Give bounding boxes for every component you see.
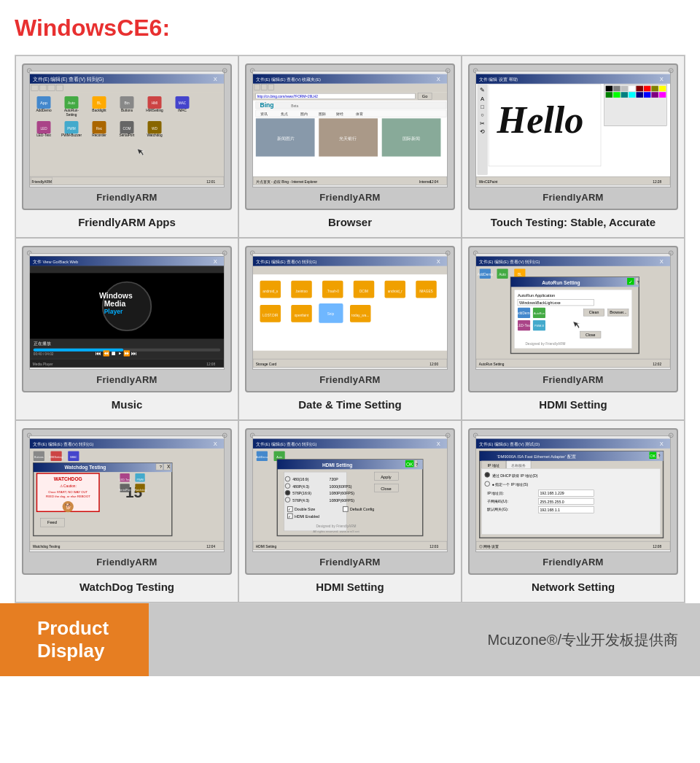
watchdog-screenshot: 文件(E) 编辑(E) 查看(V) 转到(G) X Buttons HMISet…: [30, 438, 224, 551]
svg-rect-95: [613, 92, 621, 98]
svg-text:COM: COM: [122, 126, 131, 130]
svg-text:12:04: 12:04: [206, 544, 215, 548]
screen-frame-browser: 文件(E) 编辑(E) 查看(V) 收藏夹(E) X http://cn.bin…: [245, 63, 455, 210]
svg-rect-55: [268, 84, 274, 90]
screen-frame-watchdog: 文件(E) 编辑(E) 查看(V) 转到(G) X Buttons HMISet…: [22, 428, 232, 575]
svg-text:Feed: Feed: [47, 520, 57, 524]
svg-text:文件(E) 编辑(E) 查看(V) 转到(G): 文件(E) 编辑(E) 查看(V) 转到(G): [33, 441, 94, 446]
svg-text:PWM-B: PWM-B: [534, 325, 545, 328]
screen-label-touch: FriendlyARM: [542, 192, 603, 203]
svg-text:720P: 720P: [330, 477, 339, 481]
svg-text:WinCEPaint: WinCEPaint: [479, 179, 498, 183]
svg-text:PWM: PWM: [67, 126, 76, 130]
svg-text:AutoRun-: AutoRun-: [64, 108, 79, 112]
svg-text:Clean: Clean: [589, 310, 599, 314]
svg-text:HDMI Setting: HDMI Setting: [256, 544, 277, 548]
svg-text:Media: Media: [104, 299, 126, 307]
svg-text:X: X: [437, 76, 440, 82]
screen-frame-datetime: 文件(E) 编辑(E) 查看(V) 转到(G) X android_s .bei…: [245, 246, 455, 392]
svg-text:Media Player: Media Player: [33, 362, 53, 365]
svg-rect-278: [343, 506, 349, 511]
svg-text:Go: Go: [422, 93, 428, 98]
svg-text:IMAGES: IMAGES: [419, 289, 432, 293]
caption-browser: Browser: [328, 216, 372, 231]
svg-text:Watchdog: Watchdog: [134, 488, 147, 491]
svg-text:国际新闻: 国际新闻: [402, 135, 420, 140]
svg-text:480P(4:3): 480P(4:3): [292, 484, 309, 488]
svg-text:X: X: [437, 441, 440, 447]
svg-rect-137: [253, 266, 447, 274]
svg-text:HMISetting: HMISetting: [146, 108, 163, 112]
svg-text:文件(E) 编辑(E) 查看(V) 转到(G): 文件(E) 编辑(E) 查看(V) 转到(G): [256, 259, 317, 264]
touch-screenshot: 文件 编辑 设置 帮助 X: [476, 73, 670, 186]
svg-rect-86: [606, 85, 613, 91]
screen-inner-datetime: 文件(E) 编辑(E) 查看(V) 转到(G) X android_s .bei…: [252, 253, 448, 370]
svg-text:http://cn.bing.com/news?FORM=2: http://cn.bing.com/news?FORM=29LH2: [257, 94, 319, 98]
svg-text:名称服务: 名称服务: [511, 462, 526, 467]
svg-text:HMISetting: HMISetting: [50, 456, 63, 459]
svg-text:12:04: 12:04: [429, 179, 438, 183]
caption-music: Music: [112, 398, 143, 414]
svg-text:1080P(60FPS): 1080P(60FPS): [330, 497, 355, 502]
svg-rect-282: [253, 541, 447, 549]
svg-text:AutoRun Application: AutoRun Application: [518, 293, 555, 297]
svg-text:Auto: Auto: [276, 456, 282, 459]
svg-text:AutoRun Setting: AutoRun Setting: [542, 279, 580, 285]
svg-text:WD: WD: [152, 126, 158, 130]
svg-text:文件(E) 编辑(E) 查看(V) 转到(G): 文件(E) 编辑(E) 查看(V) 转到(G): [479, 259, 540, 264]
svg-text:DCIM: DCIM: [359, 289, 368, 293]
svg-text:正在播放: 正在播放: [34, 341, 51, 346]
svg-rect-5: [31, 85, 39, 90]
svg-text:X: X: [660, 258, 664, 265]
svg-text:Auto: Auto: [499, 273, 506, 276]
svg-text:'DM9000A ISA Fast Ethernet Ada: 'DM9000A ISA Fast Ethernet Adapter' 配置: [497, 454, 576, 459]
svg-text:Browser...: Browser...: [610, 310, 626, 314]
svg-text:OK: OK: [650, 454, 656, 458]
svg-rect-53: [254, 84, 260, 90]
svg-text:通过 DHCP 获得 IP 地址(D): 通过 DHCP 获得 IP 地址(D): [492, 473, 538, 477]
svg-text:HDMI Setting: HDMI Setting: [322, 462, 352, 468]
svg-text:体育: 体育: [356, 111, 363, 115]
svg-text:Default Config: Default Config: [350, 507, 374, 511]
svg-text:默认网关(G):: 默认网关(G):: [486, 507, 508, 511]
svg-text:openfaint: openfaint: [295, 314, 309, 317]
caption-hdmi2: HDMI Setting: [316, 581, 384, 596]
screen-label-browser: FriendlyARM: [319, 192, 380, 203]
svg-text:图内: 图内: [300, 111, 308, 115]
product-tagline: Mcuzone®/专业开发板提供商: [149, 603, 700, 676]
grid-cell-hdmi2: 文件(E) 编辑(E) 查看(V) 转到(G) X AddDemo Auto H…: [238, 420, 462, 603]
caption-network: Network Setting: [532, 581, 615, 596]
screen-label-watchdog: FriendlyARM: [96, 557, 157, 568]
svg-rect-90: [636, 85, 643, 91]
svg-text:FriendlyARM: FriendlyARM: [31, 179, 51, 183]
svg-rect-314: [476, 541, 670, 549]
svg-text:SerialPort: SerialPort: [120, 133, 136, 137]
svg-text:Close: Close: [381, 486, 392, 490]
svg-text:Designed by FriendlyARM: Designed by FriendlyARM: [525, 342, 565, 346]
svg-text:576P(16:9): 576P(16:9): [292, 491, 311, 495]
svg-rect-179: [514, 290, 632, 349]
svg-text:文件 View Go/Back Web: 文件 View Go/Back Web: [33, 259, 78, 264]
svg-text:Double Size: Double Size: [295, 507, 315, 511]
svg-text:today_wa...: today_wa...: [351, 314, 369, 317]
screen-frame-touch: 文件 编辑 设置 帮助 X: [468, 63, 678, 210]
svg-text:□: □: [481, 104, 484, 110]
svg-text:?: ?: [658, 454, 661, 458]
svg-text:Recorder: Recorder: [92, 133, 106, 137]
svg-text:LED-Test: LED-Test: [517, 324, 532, 328]
caption-apps: FriendlyARM Apps: [78, 216, 176, 231]
screen-inner-touch: 文件 编辑 设置 帮助 X: [475, 71, 671, 187]
svg-text:IMAC: IMAC: [178, 108, 187, 112]
caption-datetime: Date & Time Setting: [298, 398, 401, 414]
svg-text:LED-Test: LED-Test: [119, 478, 131, 481]
svg-text:文件(E) 编辑(E) 查看(V) 转到(G): 文件(E) 编辑(E) 查看(V) 转到(G): [256, 441, 317, 446]
product-display-footer: ProductDisplay Mcuzone®/专业开发板提供商: [0, 603, 700, 676]
svg-rect-92: [651, 85, 658, 91]
grid-cell-network: 文件(E) 编辑(E) 查看(V) 测试(D) X 'DM9000A ISA F…: [462, 420, 685, 603]
svg-text:文件(E) 编辑(E) 查看(V) 转到(G): 文件(E) 编辑(E) 查看(V) 转到(G): [33, 77, 104, 82]
svg-rect-96: [621, 92, 629, 98]
svg-text:Player: Player: [104, 308, 123, 315]
music-screenshot: 文件 View Go/Back Web X Windows Media Play…: [30, 255, 224, 368]
hdmi-screenshot: 文件(E) 编辑(E) 查看(V) 转到(G) X AddDemo Auto B…: [476, 255, 670, 368]
svg-text:片点首页 - 必应 Bing - Internet Expl: 片点首页 - 必应 Bing - Internet Explorer: [256, 179, 318, 183]
